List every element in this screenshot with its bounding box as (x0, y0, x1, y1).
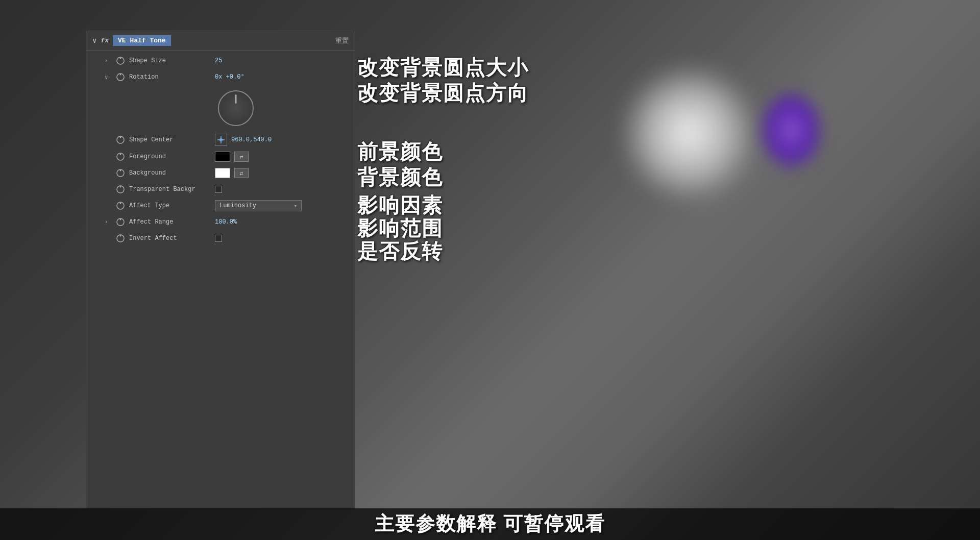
invert-icon (116, 234, 125, 243)
affect-range-arrow[interactable]: › (105, 219, 112, 225)
affect-range-value[interactable]: 100.0% (215, 218, 347, 226)
cn-annotation-1: 改变背景圆点大小 (357, 54, 529, 82)
properties-list: › Shape Size 25 ∨ Rotation 0x +0.0° › (86, 51, 355, 249)
foreground-row: › Foreground ⇄ (86, 149, 355, 165)
foreground-swap-btn[interactable]: ⇄ (234, 152, 249, 162)
transparent-icon (116, 185, 125, 194)
affect-range-icon (116, 217, 125, 227)
svg-point-16 (120, 203, 121, 204)
shape-center-icon (116, 135, 125, 144)
svg-point-1 (120, 58, 121, 59)
rotation-icon (116, 72, 125, 82)
panel-collapse-arrow[interactable]: ∨ (92, 36, 96, 45)
cn-text-line2: 改变背景圆点方向 (357, 79, 529, 108)
rotation-label: Rotation (129, 73, 211, 81)
white-blur-blob (618, 61, 761, 204)
shape-size-arrow[interactable]: › (105, 58, 112, 64)
affect-type-icon (116, 201, 125, 210)
purple-blob (761, 92, 822, 168)
foreground-color-swatch[interactable] (215, 152, 230, 162)
background-swap-btn[interactable]: ⇄ (234, 168, 249, 178)
foreground-swap-icon: ⇄ (240, 154, 243, 160)
cn-text-line7: 是否反转 (357, 237, 443, 266)
cn-text-line3: 前景颜色 (357, 138, 443, 166)
affect-range-row: › Affect Range 100.0% (86, 214, 355, 230)
shape-size-icon (116, 56, 125, 65)
background-row: › Background ⇄ (86, 165, 355, 181)
affect-type-row: › Affect Type Luminosity ▾ (86, 198, 355, 214)
shape-center-label: Shape Center (129, 136, 211, 143)
transparent-label: Transparent Backgr (129, 186, 211, 193)
invert-checkbox[interactable] (215, 235, 222, 242)
panel-header: ∨ fx VE Half Tone 重置 (86, 31, 355, 51)
reset-button[interactable]: 重置 (335, 36, 349, 45)
svg-point-18 (120, 219, 121, 220)
effect-title: VE Half Tone (113, 35, 171, 46)
shape-size-label: Shape Size (129, 57, 211, 64)
background-swap-icon: ⇄ (240, 170, 243, 177)
cn-annotation-4: 背景颜色 (357, 163, 443, 192)
background-color-swatch[interactable] (215, 168, 230, 178)
rotation-arrow[interactable]: ∨ (105, 74, 112, 81)
rotation-value[interactable]: 0x +0.0° (215, 73, 347, 81)
foreground-icon (116, 152, 125, 161)
affect-range-label: Affect Range (129, 218, 211, 226)
invert-affect-row: › Invert Affect (86, 230, 355, 247)
subtitle-bar: 主要参数解释 可暂停观看 (0, 508, 980, 540)
shape-center-row: › Shape Center 960.0,540.0 (86, 131, 355, 149)
shape-size-row: › Shape Size 25 (86, 53, 355, 69)
fx-label: fx (101, 37, 109, 44)
foreground-label: Foreground (129, 153, 211, 160)
effects-panel: ∨ fx VE Half Tone 重置 › Shape Size 25 ∨ R… (86, 31, 355, 509)
svg-point-14 (120, 186, 121, 188)
shape-center-value[interactable]: 960.0,540.0 (231, 136, 347, 143)
background-icon (116, 168, 125, 178)
cn-text-line1: 改变背景圆点大小 (357, 54, 529, 82)
cn-annotation-3: 前景颜色 (357, 138, 443, 166)
rotation-dial-container (86, 85, 355, 131)
svg-point-3 (120, 74, 121, 76)
shape-center-crosshair[interactable] (215, 134, 227, 146)
subtitle-text: 主要参数解释 可暂停观看 (375, 510, 605, 537)
transparent-backgr-row: › Transparent Backgr (86, 181, 355, 198)
cn-text-line4: 背景颜色 (357, 163, 443, 192)
background-label: Background (129, 169, 211, 177)
rotation-row: ∨ Rotation 0x +0.0° (86, 69, 355, 85)
shape-size-value[interactable]: 25 (215, 57, 347, 64)
svg-point-20 (120, 235, 121, 237)
transparent-checkbox[interactable] (215, 186, 222, 193)
rotation-dial[interactable] (218, 90, 254, 126)
invert-label: Invert Affect (129, 235, 211, 242)
svg-point-12 (120, 170, 121, 171)
affect-type-dropdown[interactable]: Luminosity ▾ (215, 200, 302, 211)
cn-annotation-7: 是否反转 (357, 237, 443, 266)
dropdown-arrow-icon: ▾ (293, 203, 297, 209)
svg-point-5 (120, 137, 121, 138)
affect-type-value: Luminosity (219, 202, 256, 209)
cn-annotation-2: 改变背景圆点方向 (357, 79, 529, 108)
svg-point-10 (120, 154, 121, 155)
affect-type-label: Affect Type (129, 202, 211, 209)
